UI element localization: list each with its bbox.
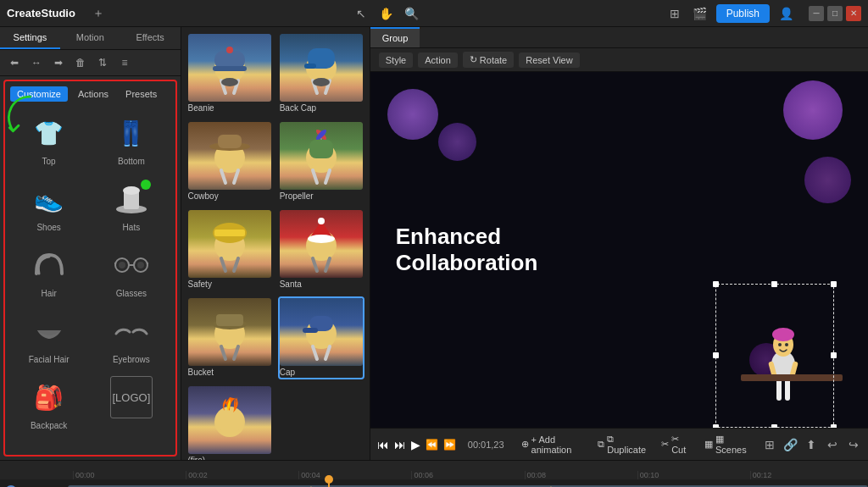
film-icon[interactable]: 🎬 — [691, 4, 709, 23]
svg-rect-24 — [218, 135, 242, 148]
thumb-backcap[interactable]: Back Cap — [278, 32, 364, 115]
rotate-button[interactable]: ↻ Rotate — [463, 52, 514, 68]
cursor-tool[interactable]: ↖ — [352, 4, 370, 23]
link-icon[interactable]: 🔗 — [783, 435, 799, 454]
thumb-propeller[interactable]: Propeller — [278, 120, 364, 203]
canvas-view: Enhanced Collaboration — [370, 72, 868, 428]
fire-label: (fire) — [188, 454, 206, 460]
selection-box — [715, 284, 834, 428]
maximize-button[interactable]: □ — [827, 6, 843, 21]
grid-icon[interactable]: ⊞ — [665, 4, 684, 23]
thumb-cap[interactable]: Cap — [278, 296, 364, 379]
cut-label: ✂ Cut — [671, 434, 689, 455]
track-circle: Circle — [0, 481, 868, 487]
style-button[interactable]: Style — [379, 53, 413, 68]
circle-track-area[interactable] — [68, 481, 868, 487]
santa-label: Santa — [280, 278, 302, 291]
add-animation-label: + Add animation — [531, 434, 583, 455]
add-icon[interactable]: ＋ — [89, 4, 108, 23]
canvas-tab-group[interactable]: Group — [370, 27, 420, 47]
costume-backpack[interactable]: 🎒 Backpack — [10, 373, 87, 434]
costume-shoes[interactable]: 👟 Shoes — [10, 174, 87, 235]
svg-point-9 — [137, 262, 144, 268]
eyebrows-icon — [110, 310, 153, 352]
align-right-icon[interactable]: ➡ — [49, 53, 68, 72]
skip-forward-button[interactable]: ⏭ — [394, 438, 406, 451]
costume-hats[interactable]: Hats — [92, 174, 170, 235]
align-left-icon[interactable]: ⬅ — [5, 53, 24, 72]
scene-text: Enhanced Collaboration — [396, 224, 538, 276]
profile-icon[interactable]: 👤 — [776, 4, 795, 23]
thumb-bucket[interactable]: Bucket — [186, 296, 273, 379]
costume-bottom[interactable]: 👖 Bottom — [92, 108, 170, 169]
cust-tab-presets[interactable]: Presets — [119, 86, 164, 102]
action-button[interactable]: Action — [418, 53, 458, 68]
play-button[interactable]: ▶ — [411, 438, 420, 451]
cut-button[interactable]: ✂ ✂ Cut — [656, 432, 694, 457]
hand-tool[interactable]: ✋ — [377, 4, 396, 23]
reset-view-button[interactable]: Reset View — [519, 53, 579, 68]
top-label: Top — [42, 157, 56, 166]
add-animation-button[interactable]: ⊕ + Add animation — [516, 432, 588, 457]
scenes-button[interactable]: ▦ ▦ Scenes — [699, 432, 752, 457]
cust-tab-customize[interactable]: Customize — [10, 86, 68, 102]
svg-rect-19 — [304, 64, 316, 69]
thumb-fire[interactable]: (fire) — [186, 385, 273, 460]
costume-top[interactable]: 👕 Top — [10, 108, 87, 169]
align-center-icon[interactable]: ↔ — [27, 53, 46, 72]
thumb-safety[interactable]: Safety — [186, 208, 273, 291]
costume-logo[interactable]: [LOGO] — [92, 373, 170, 434]
rotate-icon: ↻ — [470, 54, 477, 65]
grid-view-icon[interactable]: ⊞ — [762, 435, 778, 454]
thumb-santa[interactable]: Santa — [278, 208, 364, 291]
bucket-label: Bucket — [188, 366, 214, 379]
beanie-preview — [188, 34, 271, 102]
canvas-area: Group Style Action ↻ Rotate Reset View — [370, 27, 868, 460]
svg-point-14 — [226, 47, 233, 53]
main-area: Settings Motion Effects ⬅ ↔ ➡ 🗑 ⇅ ≡ Cust… — [0, 27, 868, 460]
search-tool[interactable]: 🔍 — [403, 4, 421, 23]
export-icon[interactable]: ⬆ — [804, 435, 820, 454]
costume-glasses[interactable]: Glasses — [92, 241, 170, 302]
thumb-cowboy[interactable]: Cowboy — [186, 120, 273, 203]
svg-rect-47 — [220, 418, 240, 430]
delete-icon[interactable]: 🗑 — [71, 53, 90, 72]
beanie-label: Beanie — [188, 102, 214, 114]
timeline-tracks: Circle T TEXT ◆ ○ Working o — [0, 479, 868, 487]
svg-rect-41 — [216, 314, 243, 326]
tab-effects[interactable]: Effects — [120, 27, 181, 49]
costume-eyebrows[interactable]: Eyebrows — [92, 307, 170, 368]
ruler-02: 00:02 — [186, 471, 298, 479]
costume-facial-hair[interactable]: Facial Hair — [10, 307, 87, 368]
fast-forward-button[interactable]: ⏩ — [443, 439, 456, 451]
backcap-preview — [280, 34, 363, 102]
duplicate-button[interactable]: ⧉ ⧉ Duplicate — [593, 432, 651, 457]
minimize-button[interactable]: ─ — [809, 6, 824, 21]
ruler-10: 00:10 — [637, 471, 750, 479]
scenes-icon: ▦ — [704, 439, 713, 450]
propeller-label: Propeller — [280, 190, 314, 202]
redo-icon[interactable]: ↪ — [845, 435, 861, 454]
svg-rect-35 — [311, 241, 331, 254]
left-panel: Settings Motion Effects ⬅ ↔ ➡ 🗑 ⇅ ≡ Cust… — [0, 27, 181, 460]
backpack-icon: 🎒 — [28, 376, 70, 418]
more-icon[interactable]: ≡ — [115, 53, 134, 72]
cust-tab-actions[interactable]: Actions — [71, 86, 115, 102]
rewind-button[interactable]: ⏪ — [426, 439, 438, 451]
tab-settings[interactable]: Settings — [0, 27, 60, 49]
ruler-12: 00:12 — [750, 471, 863, 479]
thumb-beanie[interactable]: Beanie — [186, 32, 273, 115]
glasses-label: Glasses — [116, 289, 147, 298]
tab-motion[interactable]: Motion — [60, 27, 120, 49]
playback-bar: ⏮ ⏭ ▶ ⏪ ⏩ 00:01,23 ⊕ + Add animation ⧉ ⧉… — [370, 428, 868, 460]
skip-back-button[interactable]: ⏮ — [377, 438, 389, 451]
move-icon[interactable]: ⇅ — [93, 53, 112, 72]
publish-button[interactable]: Publish — [716, 4, 770, 23]
cap-label: Cap — [280, 366, 295, 379]
purple-circle-3 — [783, 80, 843, 140]
close-button[interactable]: ✕ — [846, 6, 861, 21]
costume-hair[interactable]: Hair — [10, 241, 87, 302]
plus-icon: ⊕ — [521, 439, 529, 450]
undo-icon[interactable]: ↩ — [825, 435, 841, 454]
svg-rect-27 — [309, 140, 333, 158]
